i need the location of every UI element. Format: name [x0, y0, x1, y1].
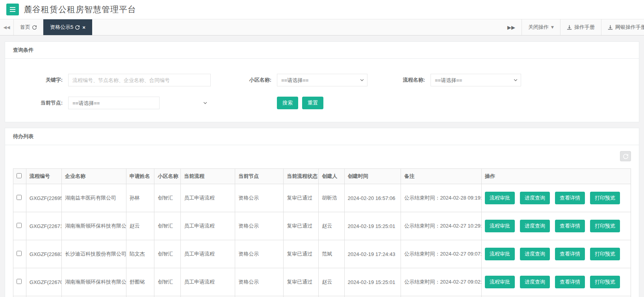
row-actions: 流程审批 进度查询 查看详情 打印预览 [485, 276, 627, 288]
row-checkbox[interactable] [17, 223, 22, 228]
cell-community: 创智汇 [154, 268, 181, 296]
hamburger-icon [10, 9, 15, 10]
view-details-button[interactable]: 查看详情 [555, 276, 585, 288]
table-row: GXGZF(22695) 湖南益丰医药有限公司 孙林 创智汇 员工申请流程 资格… [13, 184, 631, 212]
manual-download-button[interactable]: 操作手册 [560, 19, 601, 35]
approve-flow-button[interactable]: 流程审批 [485, 276, 515, 288]
table-refresh-button[interactable] [620, 151, 631, 161]
cell-community: 创智汇 [154, 240, 181, 268]
cell-flow-id: GXGZF(22670) [26, 268, 61, 296]
scroll-tabs-left-icon[interactable]: ◀◀ [0, 19, 13, 35]
manual-label: 操作手册 [574, 24, 595, 31]
view-details-button[interactable]: 查看详情 [555, 220, 585, 232]
chevron-down-icon: ▼ [551, 25, 554, 29]
progress-query-button[interactable]: 进度查询 [520, 220, 550, 232]
progress-query-button[interactable]: 进度查询 [520, 248, 550, 260]
process-select[interactable]: ==请选择== [431, 74, 521, 86]
col-header: 当前流程 [181, 169, 235, 184]
query-panel: 查询条件 关键字: 小区名称: ==请选择== 流程名称: [5, 41, 639, 122]
row-checkbox[interactable] [17, 195, 22, 200]
download-icon [608, 25, 613, 30]
cell-creator: 胡昕浩 [319, 184, 345, 212]
community-select[interactable]: ==请选择== [277, 74, 367, 86]
progress-query-button[interactable]: 进度查询 [520, 276, 550, 288]
query-panel-title: 查询条件 [5, 42, 639, 59]
approve-flow-button[interactable]: 流程审批 [485, 220, 515, 232]
col-header: 企业名称 [61, 169, 126, 184]
node-select[interactable]: ==请选择== [68, 97, 160, 109]
view-details-button[interactable]: 查看详情 [555, 192, 585, 204]
cell-current-flow: 员工申请流程 [181, 240, 235, 268]
cell-current-flow: 员工申请流程 [181, 212, 235, 240]
cell-flow-status: 复审已通过 [284, 268, 319, 296]
cell-created-time: 2024-02-19 15:25:01 [344, 212, 401, 240]
print-preview-button[interactable]: 打印预览 [590, 192, 620, 204]
tab-home[interactable]: 首页 [13, 19, 43, 35]
cell-created-time: 2024-02-19 17:24:43 [344, 240, 401, 268]
row-checkbox[interactable] [17, 279, 22, 284]
top-header: 麓谷租赁公租房智慧管理平台 [0, 0, 644, 19]
col-header: 流程编号 [26, 169, 61, 184]
cell-applicant: 孙林 [126, 184, 154, 212]
bank-manual-label: 网银操作手册 [615, 24, 644, 31]
close-operations-dropdown[interactable]: 关闭操作 ▼ [522, 19, 560, 35]
print-preview-button[interactable]: 打印预览 [590, 248, 620, 260]
process-label: 流程名称: [367, 77, 431, 84]
cell-current-flow: 员工申请流程 [181, 184, 235, 212]
cell-community: 创智汇 [154, 212, 181, 240]
cell-creator: 范斌 [319, 240, 345, 268]
query-form: 关键字: 小区名称: ==请选择== 流程名称: ==请选择== [5, 59, 639, 122]
row-actions: 流程审批 进度查询 查看详情 打印预览 [485, 248, 627, 260]
row-actions: 流程审批 进度查询 查看详情 打印预览 [485, 220, 627, 232]
cell-company: 湖南益丰医药有限公司 [61, 184, 126, 212]
sidebar-toggle-button[interactable] [6, 4, 19, 15]
cell-current-node: 资格公示 [235, 240, 284, 268]
print-preview-button[interactable]: 打印预览 [590, 220, 620, 232]
row-checkbox[interactable] [17, 251, 22, 256]
community-label: 小区名称: [211, 77, 277, 84]
cell-remark: 公示结束时间：2024-02-27 09:07:19 [401, 240, 482, 268]
cell-flow-id: GXGZF(22695) [26, 184, 61, 212]
print-preview-button[interactable]: 打印预览 [590, 276, 620, 288]
bank-manual-download-button[interactable]: 网银操作手册 [601, 19, 644, 35]
refresh-icon[interactable] [75, 25, 80, 30]
close-tab-icon[interactable]: × [82, 24, 85, 30]
cell-remark: 公示结束时间：2024-02-28 09:19:25 [401, 184, 482, 212]
cell-remark: 公示结束时间：2024-02-27 09:02:44 [401, 268, 482, 296]
todo-list-panel: 待办列表 流程编号 企业 [5, 128, 639, 297]
todo-table-body: GXGZF(22695) 湖南益丰医药有限公司 孙林 创智汇 员工申请流程 资格… [13, 184, 631, 297]
refresh-icon[interactable] [32, 25, 37, 30]
approve-flow-button[interactable]: 流程审批 [485, 248, 515, 260]
tab-qualification-publicity[interactable]: 资格公示5 × [43, 19, 92, 35]
main-content: 查询条件 关键字: 小区名称: ==请选择== 流程名称: [0, 35, 644, 297]
table-row: GXGZF(22670) 湖南瀚斯顿环保科技有限公司 舒囿铭 创智汇 员工申请流… [13, 268, 631, 296]
cell-company: 长沙迪迈科技股份有限公司 [61, 240, 126, 268]
select-all-checkbox[interactable] [17, 173, 22, 178]
cell-company: 湖南瀚斯顿环保科技有限公司 [61, 212, 126, 240]
cell-created-time: 2024-02-20 16:57:06 [344, 184, 401, 212]
keyword-input[interactable] [68, 74, 211, 86]
todo-table: 流程编号 企业名称 申请姓名 小区名称 当前流程 当前节点 当前流程状态 创建人… [13, 168, 631, 297]
table-toolbar [13, 151, 631, 161]
col-header: 备注 [401, 169, 482, 184]
cell-flow-id: GXGZF(22683) [26, 240, 61, 268]
keyword-label: 关键字: [13, 77, 68, 84]
reset-button[interactable]: 重置 [302, 97, 323, 109]
cell-applicant: 陷文杰 [126, 240, 154, 268]
scroll-tabs-right-icon[interactable]: ▶▶ [501, 19, 522, 35]
node-label: 当前节点: [13, 99, 68, 106]
view-details-button[interactable]: 查看详情 [555, 248, 585, 260]
row-actions: 流程审批 进度查询 查看详情 打印预览 [485, 192, 627, 204]
search-button[interactable]: 搜索 [277, 97, 298, 109]
page-title: 麓谷租赁公租房智慧管理平台 [24, 4, 136, 15]
progress-query-button[interactable]: 进度查询 [520, 192, 550, 204]
cell-creator: 赵云 [319, 212, 345, 240]
col-header: 当前流程状态 [284, 169, 319, 184]
cell-current-node: 资格公示 [235, 212, 284, 240]
approve-flow-button[interactable]: 流程审批 [485, 192, 515, 204]
table-row: GXGZF(22683) 长沙迪迈科技股份有限公司 陷文杰 创智汇 员工申请流程… [13, 240, 631, 268]
cell-flow-status: 复审已通过 [284, 212, 319, 240]
col-header: 小区名称 [154, 169, 181, 184]
col-header: 创建时间 [344, 169, 401, 184]
col-header: 创建人 [319, 169, 345, 184]
